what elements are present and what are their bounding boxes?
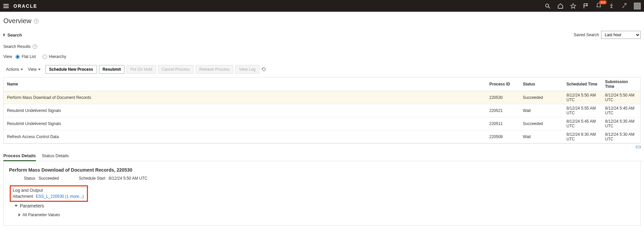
cancel-process-button: Cancel Process [158,65,194,74]
table-row[interactable]: Resubmit Undelivered Signals220511Succee… [4,117,640,130]
panel-resize-handle[interactable] [636,146,641,148]
cell-status: Wait [519,104,563,117]
accessibility-icon[interactable] [608,3,614,9]
global-header: ORACLE 318 [0,0,644,12]
cell-status: Succeeded [519,117,563,130]
saved-search-label: Saved Search [574,33,599,37]
put-on-hold-button: Put On Hold [127,65,156,74]
saved-search-select[interactable]: Last hour [601,31,641,39]
attachment-link[interactable]: ESS_L_220530 (1 more...) [36,194,84,199]
attachment-label: Attachment [13,194,33,199]
cell-status: Wait [519,130,563,143]
svg-point-0 [546,4,549,7]
tab-status-details[interactable]: Status Details [42,152,69,161]
cell-submission: 8/12/24 5:35 AM UTC [602,117,640,130]
flat-list-radio[interactable]: Flat List [15,54,36,59]
release-process-button: Release Process [196,65,234,74]
cell-submission: 8/12/24 5:50 AM UTC [602,91,640,104]
svg-point-2 [611,4,612,5]
view-label: View [3,54,12,59]
actions-menu[interactable]: Actions [6,67,23,72]
cell-pid: 220530 [486,91,519,104]
col-status[interactable]: Status [519,77,563,91]
schedule-start-value: 8/12/24 5:50 AM UTC [109,176,147,181]
search-collapse-toggle[interactable]: Search [3,33,22,38]
table-row[interactable]: Perform Mass Download of Document Record… [4,91,640,104]
status-label: Status [24,176,35,181]
process-details-panel: Perform Mass Download of Document Record… [3,161,641,226]
notification-badge: 318 [599,0,607,4]
page-title: Overview [3,17,31,25]
hierarchy-radio[interactable]: Hierarchy [43,54,66,59]
search-results-label: Search Results [3,44,31,49]
col-process-id[interactable]: Process ID [486,77,519,91]
chevron-right-icon [18,213,20,217]
notifications-button[interactable]: 318 [596,2,602,9]
table-row[interactable]: Resubmit Undelivered Signals220521Wait8/… [4,104,640,117]
avatar[interactable] [634,3,641,9]
tools-icon[interactable] [621,3,627,9]
cell-name: Refresh Access Control Data [4,130,486,143]
cell-submission: 8/12/24 5:45 AM UTC [602,104,640,117]
chevron-right-icon [3,33,5,37]
cell-scheduled: 8/12/24 5:45 AM UTC [563,117,602,130]
star-icon[interactable] [570,3,576,9]
chevron-down-icon [20,69,23,70]
cell-pid: 220511 [486,117,519,130]
table-row[interactable]: Refresh Access Control Data220508Wait8/1… [4,130,640,143]
process-table: Name Process ID Status Scheduled Time Su… [3,77,641,144]
cell-pid: 220521 [486,104,519,117]
col-name[interactable]: Name [4,77,486,91]
search-section-label: Search [7,33,22,38]
col-scheduled[interactable]: Scheduled Time [563,77,602,91]
menu-icon[interactable] [3,4,9,8]
log-output-highlight: Log and Output Attachment ESS_L_220530 (… [10,185,88,202]
help-icon[interactable]: ? [33,44,37,49]
col-submission[interactable]: Submission Time [602,77,640,91]
details-title: Perform Mass Download of Document Record… [9,167,635,173]
status-value: Succeeded [39,176,59,181]
home-icon[interactable] [557,3,563,9]
cell-scheduled: 8/12/24 5:50 AM UTC [563,91,602,104]
cell-name: Resubmit Undelivered Signals [4,117,486,130]
search-icon[interactable] [545,3,551,9]
view-log-button: View Log [235,65,259,74]
cell-scheduled: 8/12/24 6:30 AM UTC [563,130,602,143]
schedule-new-process-button[interactable]: Schedule New Process [45,65,97,74]
log-output-title: Log and Output [13,188,84,193]
parameters-toggle[interactable]: Parameters [9,203,635,208]
cell-name: Perform Mass Download of Document Record… [4,91,486,104]
help-icon[interactable]: ? [34,19,39,23]
svg-line-1 [548,7,550,8]
view-menu[interactable]: View [28,67,41,72]
chevron-down-icon [14,205,18,207]
chevron-down-icon [38,69,41,70]
schedule-start-label: Schedule Start [79,176,105,181]
flag-icon[interactable] [583,3,589,9]
all-parameters-toggle[interactable]: All Parameter Values [9,213,635,217]
resubmit-button[interactable]: Resubmit [99,65,125,74]
cell-name: Resubmit Undelivered Signals [4,104,486,117]
cell-submission: 8/12/24 5:30 AM UTC [602,130,640,143]
refresh-icon[interactable] [261,67,266,72]
cell-scheduled: 8/12/24 5:55 AM UTC [563,104,602,117]
brand-logo: ORACLE [13,3,37,9]
cell-status: Succeeded [519,91,563,104]
cell-pid: 220508 [486,130,519,143]
tab-process-details[interactable]: Process Details [3,152,36,161]
